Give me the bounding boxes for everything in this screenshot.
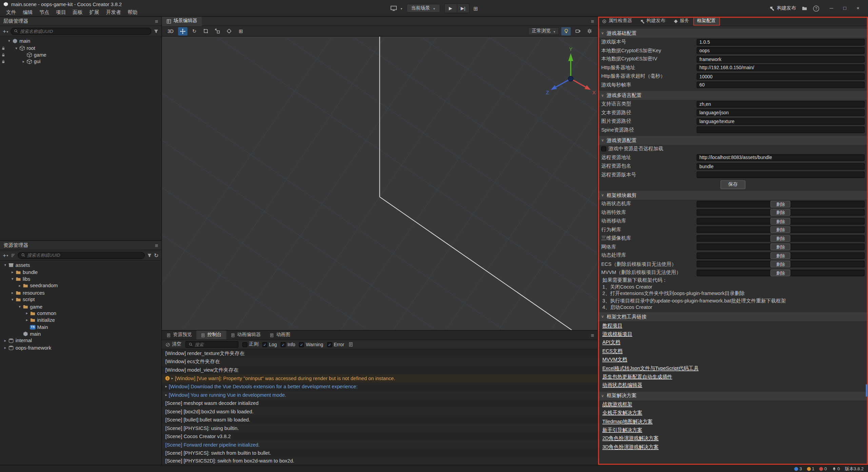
delete-button[interactable]: 删除 bbox=[771, 261, 791, 268]
expand-arrow-icon[interactable]: ▸ bbox=[24, 318, 29, 322]
filter-warning[interactable]: ✓Warning bbox=[299, 342, 323, 347]
console-search-input[interactable] bbox=[195, 342, 235, 347]
hierarchy-search[interactable] bbox=[11, 27, 152, 35]
expand-arrow-icon[interactable]: ▾ bbox=[3, 263, 8, 268]
log-row[interactable]: [Scene] meshopt wasm decoder initialized bbox=[162, 399, 597, 407]
property-input[interactable] bbox=[697, 154, 865, 161]
doc-link[interactable]: Tiledmap地图解决方案 bbox=[602, 418, 652, 425]
tree-node[interactable]: ▾script bbox=[0, 296, 161, 303]
tab-framework[interactable]: 框架配置 bbox=[693, 17, 720, 25]
doc-link[interactable]: MVVM文档 bbox=[602, 356, 627, 363]
save-button[interactable]: 保存 bbox=[721, 180, 746, 189]
clear-console-button[interactable]: 清空 bbox=[165, 341, 181, 348]
section-header[interactable]: ∨框架解决方案 bbox=[598, 391, 868, 400]
console-search[interactable] bbox=[185, 341, 238, 348]
checkbox[interactable]: ✓ bbox=[299, 342, 304, 347]
console-tab[interactable]: 动画编辑器 bbox=[226, 331, 265, 339]
filter-info[interactable]: ✓Info bbox=[281, 342, 295, 347]
expand-arrow-icon[interactable]: ▸ bbox=[165, 385, 167, 389]
property-input[interactable] bbox=[697, 101, 865, 107]
preview-device-icon[interactable] bbox=[390, 5, 397, 11]
error-counter[interactable]: 0 bbox=[820, 466, 827, 471]
delete-button[interactable]: 删除 bbox=[771, 209, 791, 216]
tree-node[interactable]: ▸gui bbox=[0, 58, 161, 65]
build-publish-button[interactable]: 构建发布 bbox=[769, 5, 796, 12]
refresh-icon[interactable]: ↻ bbox=[154, 252, 159, 258]
log-row[interactable]: ▸[Window] Download the Vue Devtools exte… bbox=[162, 382, 597, 391]
scrollbar-thumb[interactable] bbox=[866, 385, 867, 397]
doc-link[interactable]: 全栈开发解决方案 bbox=[602, 409, 642, 416]
camera-settings-icon[interactable] bbox=[573, 27, 583, 35]
tree-node[interactable]: ▸oops-framework bbox=[0, 344, 161, 351]
section-header[interactable]: ∨框架模块裁剪 bbox=[598, 191, 868, 200]
delete-button[interactable]: 删除 bbox=[771, 235, 791, 242]
menu-item[interactable]: 开发者 bbox=[103, 9, 124, 16]
filter-icon[interactable] bbox=[147, 253, 152, 258]
menu-item[interactable]: 帮助 bbox=[125, 9, 140, 16]
step-button[interactable]: ▶| bbox=[457, 4, 469, 13]
filter-error[interactable]: ✓Error bbox=[327, 342, 344, 347]
scene-viewport[interactable]: X Z Y bbox=[162, 37, 597, 330]
help-icon[interactable]: ? bbox=[813, 5, 819, 12]
property-input[interactable] bbox=[697, 126, 865, 133]
property-input[interactable] bbox=[697, 172, 865, 178]
expand-arrow-icon[interactable]: ▾ bbox=[10, 297, 15, 302]
tree-node[interactable]: main bbox=[0, 331, 161, 337]
expand-arrow-icon[interactable]: ▸ bbox=[3, 346, 8, 350]
tab-build[interactable]: 构建发布 bbox=[636, 17, 669, 25]
checkbox[interactable] bbox=[242, 342, 248, 347]
tree-node[interactable]: ▾assets bbox=[0, 262, 161, 269]
warning-counter[interactable]: 1 bbox=[807, 466, 814, 471]
doc-link[interactable]: 战旗游戏框架 bbox=[602, 401, 632, 408]
log-row[interactable]: ▸[Window] You are running Vue in develop… bbox=[162, 391, 597, 399]
tree-node[interactable]: ▸bundle bbox=[0, 269, 161, 275]
filter-log[interactable]: ✓Log bbox=[262, 342, 277, 347]
log-row[interactable]: [Scene] [box2d]:box2d wasm lib loaded. bbox=[162, 407, 597, 415]
expand-arrow-icon[interactable]: ▾ bbox=[7, 39, 12, 43]
doc-link[interactable]: API文档 bbox=[602, 339, 620, 346]
console-tab[interactable]: 动画图 bbox=[265, 331, 295, 339]
mode-3d-toggle[interactable]: 3D bbox=[165, 28, 176, 34]
tree-node[interactable]: ▾game bbox=[0, 303, 161, 310]
menu-item[interactable]: 扩展 bbox=[86, 9, 102, 16]
section-header[interactable]: ∨框架文档工具链接 bbox=[598, 313, 868, 321]
translate-tool-icon[interactable] bbox=[178, 27, 188, 35]
maximize-button[interactable]: □ bbox=[838, 2, 851, 15]
doc-link[interactable]: ECS文档 bbox=[602, 348, 623, 355]
tree-node[interactable]: game bbox=[0, 52, 161, 58]
checkbox[interactable]: ✓ bbox=[327, 342, 332, 347]
delete-button[interactable]: 删除 bbox=[771, 252, 791, 259]
property-input[interactable] bbox=[697, 118, 865, 125]
tab-service[interactable]: 服务 bbox=[669, 17, 693, 25]
tree-node[interactable]: ▾libs bbox=[0, 276, 161, 282]
delete-button[interactable]: 删除 bbox=[771, 201, 791, 208]
expand-arrow-icon[interactable]: ▾ bbox=[10, 277, 15, 281]
property-input[interactable] bbox=[697, 64, 865, 71]
close-button[interactable]: × bbox=[851, 2, 865, 15]
notification-bell[interactable]: 0 bbox=[832, 466, 840, 471]
expand-arrow-icon[interactable]: ▾ bbox=[17, 304, 22, 309]
doc-link[interactable]: 3D角色扮演游戏解决方案 bbox=[602, 444, 658, 451]
expand-arrow-icon[interactable]: ▸ bbox=[17, 283, 22, 288]
log-file-icon[interactable] bbox=[348, 342, 353, 347]
expand-arrow-icon[interactable]: ▸ bbox=[10, 270, 15, 274]
doc-link[interactable]: 教程项目 bbox=[602, 322, 622, 329]
tab-inspector[interactable]: 属性检查器 bbox=[598, 17, 636, 25]
info-counter[interactable]: 3 bbox=[794, 466, 802, 471]
property-input[interactable] bbox=[697, 47, 865, 54]
chevron-down-icon[interactable]: ▾ bbox=[401, 6, 402, 10]
log-row[interactable]: [Scene] Forward render pipeline initiali… bbox=[162, 440, 597, 449]
delete-button[interactable]: 删除 bbox=[771, 244, 791, 251]
doc-link[interactable]: 游戏模板项目 bbox=[602, 331, 632, 338]
property-input[interactable] bbox=[697, 82, 865, 88]
log-row[interactable]: [Window] ecs文件夹存在 bbox=[162, 358, 597, 366]
scale-tool-icon[interactable] bbox=[213, 27, 222, 35]
menu-item[interactable]: 面板 bbox=[70, 9, 85, 16]
menu-item[interactable]: 节点 bbox=[37, 9, 52, 16]
menu-item[interactable]: 项目 bbox=[53, 9, 69, 16]
log-row[interactable]: [Scene] Cocos Creator v3.8.2 bbox=[162, 432, 597, 440]
console-tab[interactable]: 资源预览 bbox=[162, 331, 196, 339]
axis-gizmo[interactable]: X Z Y bbox=[546, 46, 596, 95]
menu-item[interactable]: 编辑 bbox=[20, 9, 36, 16]
delete-button[interactable]: 删除 bbox=[771, 270, 791, 276]
